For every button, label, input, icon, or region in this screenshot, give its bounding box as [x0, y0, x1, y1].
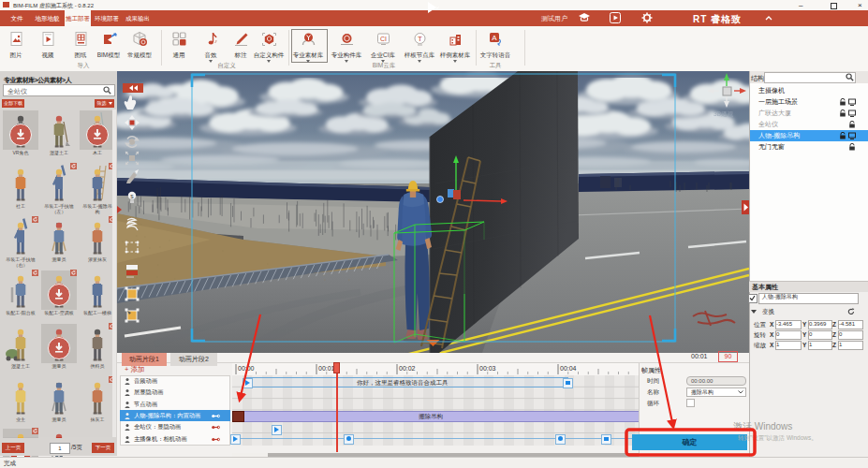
svg-text:CI: CI: [380, 36, 387, 42]
svg-text:00:01: 00:01: [318, 365, 335, 372]
svg-text:3D透视: 3D透视: [714, 110, 734, 118]
svg-text:00:04: 00:04: [560, 365, 577, 372]
svg-text:T: T: [418, 35, 422, 43]
svg-text:00:03: 00:03: [479, 365, 496, 372]
svg-text:A: A: [492, 34, 497, 42]
svg-text:00:00: 00:00: [238, 365, 255, 372]
svg-text:00:02: 00:02: [399, 365, 416, 372]
